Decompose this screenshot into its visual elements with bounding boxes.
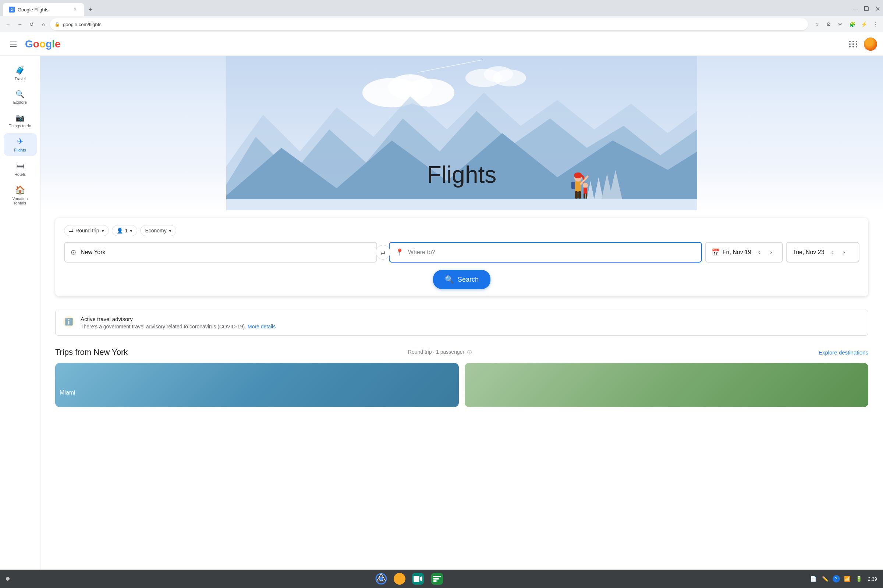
menu-dots-icon[interactable]: ⋮ [871, 20, 880, 28]
tab-bar: G Google Flights × + [3, 3, 96, 16]
trips-subtitle: Round trip · 1 passenger ⓘ [408, 349, 472, 356]
calendar-icon: 📅 [712, 248, 720, 256]
taskbar-right: 📄 ✏️ ? 📶 🔋 2:39 [809, 574, 877, 583]
hero-title: Flights [427, 161, 497, 188]
bookmark-icon[interactable]: ☆ [812, 20, 821, 28]
svg-rect-37 [433, 580, 437, 582]
return-date-nav: ‹ › [827, 247, 850, 257]
search-button-label: Search [458, 276, 479, 284]
sidebar-item-hotels[interactable]: 🛏 Hotels [4, 158, 37, 180]
taskbar-chat-icon[interactable] [431, 572, 444, 585]
swap-icon: ⇄ [69, 228, 73, 234]
sidebar-label-travel: Travel [14, 76, 26, 81]
taskbar-center [374, 572, 444, 585]
extension-icon[interactable]: ✂ [836, 20, 845, 28]
main-layout: 🧳 Travel 🔍 Explore 📷 Things to do ✈ Flig… [0, 56, 883, 588]
trips-section: Trips from New York Round trip · 1 passe… [41, 342, 883, 413]
explore-destinations-link[interactable]: Explore destinations [818, 350, 868, 356]
trip-type-button[interactable]: ⇄ Round trip ▾ [64, 225, 109, 236]
advisory-more-details-link[interactable]: More details [248, 324, 276, 330]
advisory-info-icon: ℹ️ [63, 316, 75, 328]
google-apps-button[interactable] [846, 37, 861, 51]
reload-button[interactable]: ↺ [27, 19, 37, 29]
taskbar: 📄 ✏️ ? 📶 🔋 2:39 [0, 570, 883, 588]
departure-date-value: Fri, Nov 19 [722, 249, 751, 256]
forward-button[interactable]: → [15, 19, 25, 29]
advisory-text: There's a government travel advisory rel… [81, 324, 276, 330]
sidebar-item-explore[interactable]: 🔍 Explore [4, 86, 37, 108]
sidebar-label-vacation-rentals: Vacation rentals [7, 196, 34, 205]
home-button[interactable]: ⌂ [38, 19, 48, 29]
svg-rect-23 [571, 182, 575, 189]
svg-point-21 [574, 172, 582, 178]
taskbar-meet-icon[interactable] [411, 572, 425, 585]
sidebar-item-things-to-do[interactable]: 📷 Things to do [4, 110, 37, 132]
user-avatar[interactable] [864, 38, 877, 51]
passengers-label: 1 [125, 228, 128, 234]
back-button[interactable]: ← [3, 19, 13, 29]
cabin-class-dropdown-icon: ▾ [169, 228, 171, 234]
return-next-button[interactable]: › [839, 247, 850, 257]
profile-icon[interactable]: ⚙ [824, 20, 833, 28]
trip-card-1-city: Miami [60, 389, 454, 396]
passengers-button[interactable]: 👤 1 ▾ [112, 225, 138, 236]
search-box: ⇄ Round trip ▾ 👤 1 ▾ Economy ▾ [55, 218, 868, 296]
google-app-bar: G o o g l e [0, 32, 883, 56]
return-prev-button[interactable]: ‹ [827, 247, 838, 257]
trip-cards: Miami [55, 363, 868, 407]
hamburger-lines-icon [10, 42, 17, 47]
advisory-card: ℹ️ Active travel advisory There's a gove… [55, 310, 868, 336]
departure-next-button[interactable]: › [766, 247, 776, 257]
taskbar-file-icon[interactable]: 📄 [809, 574, 818, 583]
sidebar-item-vacation-rentals[interactable]: 🏠 Vacation rentals [4, 182, 37, 209]
trips-info-icon: ⓘ [467, 350, 472, 355]
advisory-title: Active travel advisory [81, 316, 276, 322]
url-text: google.com/flights [63, 22, 803, 27]
taskbar-circle-icon[interactable] [393, 573, 405, 585]
svg-point-30 [379, 577, 383, 580]
departure-date-field[interactable]: 📅 Fri, Nov 19 ‹ › [705, 242, 783, 262]
person-icon: 👤 [117, 228, 123, 234]
explore-icon: 🔍 [15, 90, 25, 99]
address-bar[interactable]: 🔒 google.com/flights [50, 18, 808, 30]
swap-arrows-icon: ⇄ [380, 249, 385, 256]
trip-card-1[interactable]: Miami [55, 363, 459, 407]
cabin-class-button[interactable]: Economy ▾ [140, 225, 176, 236]
swap-airports-button[interactable]: ⇄ [375, 245, 390, 260]
lock-icon: 🔒 [54, 22, 60, 27]
new-tab-button[interactable]: + [86, 4, 96, 15]
active-tab[interactable]: G Google Flights × [3, 3, 84, 16]
extension2-icon[interactable]: ⚡ [859, 20, 868, 28]
browser-chrome: G Google Flights × + ─ ⧠ ✕ [0, 0, 883, 16]
taskbar-chrome-icon[interactable] [374, 572, 388, 585]
departure-prev-button[interactable]: ‹ [754, 247, 764, 257]
taskbar-edit-icon[interactable]: ✏️ [821, 574, 830, 583]
origin-field[interactable]: ⊙ New York [64, 242, 377, 262]
destination-field[interactable]: 📍 Where to? [389, 242, 702, 262]
restore-button[interactable]: ⧠ [863, 6, 869, 12]
search-button[interactable]: 🔍 Search [433, 270, 490, 289]
sidebar-item-flights[interactable]: ✈ Flights [4, 133, 37, 156]
hamburger-menu-button[interactable] [6, 37, 21, 51]
toolbar-icons: ☆ ⚙ ✂ 🧩 ⚡ ⋮ [812, 20, 880, 28]
taskbar-time: 2:39 [868, 576, 877, 582]
svg-rect-26 [584, 194, 585, 199]
vacation-rentals-icon: 🏠 [15, 185, 25, 195]
tab-close-button[interactable]: × [72, 7, 78, 12]
svg-rect-27 [586, 194, 587, 199]
hero-section: Flights [41, 56, 883, 210]
sidebar-label-explore: Explore [13, 100, 27, 104]
puzzle-icon[interactable]: 🧩 [848, 20, 856, 28]
sidebar: 🧳 Travel 🔍 Explore 📷 Things to do ✈ Flig… [0, 56, 41, 588]
sidebar-label-hotels: Hotels [14, 172, 26, 177]
minimize-button[interactable]: ─ [853, 5, 857, 13]
taskbar-help-icon[interactable]: ? [833, 575, 840, 582]
hotels-icon: 🛏 [16, 161, 24, 171]
trip-type-label: Round trip [75, 228, 99, 234]
svg-rect-12 [226, 199, 697, 210]
sidebar-item-travel[interactable]: 🧳 Travel [4, 62, 37, 85]
close-button[interactable]: ✕ [875, 6, 880, 12]
trip-card-2[interactable] [465, 363, 868, 407]
svg-rect-35 [433, 576, 441, 578]
return-date-field[interactable]: Tue, Nov 23 ‹ › [786, 242, 859, 262]
